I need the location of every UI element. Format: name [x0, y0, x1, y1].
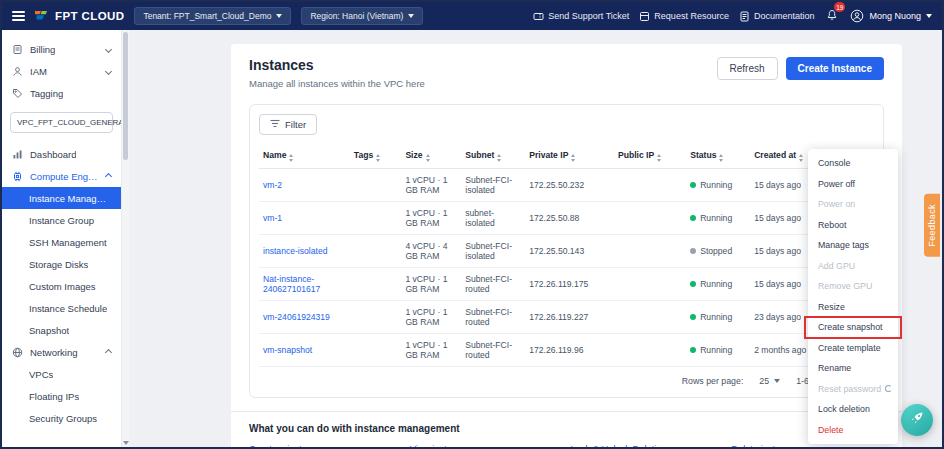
fpt-cloud-logo[interactable]: FPT CLOUD — [35, 10, 124, 22]
instance-management-label: Instance Management — [29, 193, 111, 204]
chevron-down-icon — [276, 14, 282, 18]
rows-per-page-label: Rows per page: — [682, 376, 744, 386]
tenant-selector[interactable]: Tenant: FPT_Smart_Cloud_Demo — [134, 7, 291, 25]
user-name: Mong Nuong — [869, 11, 921, 21]
cell-public-ip — [614, 201, 686, 234]
cell-public-ip — [614, 168, 686, 201]
rows-per-page-select[interactable]: 25 — [759, 376, 780, 386]
send-support-ticket-link[interactable]: Send Support Ticket — [533, 11, 629, 22]
notifications-button[interactable]: 19 — [826, 7, 838, 25]
app-window: FPT CLOUD Tenant: FPT_Smart_Cloud_Demo R… — [0, 0, 944, 449]
sidebar-item-dashboard[interactable]: Dashboard — [2, 143, 121, 165]
menu-item-resize[interactable]: Resize — [808, 297, 898, 318]
sidebar-item-vpcs[interactable]: VPCs — [2, 363, 121, 385]
instance-name-link[interactable]: vm-24061924319 — [263, 312, 330, 322]
cell-subnet: Subnet-FCI-routed — [461, 267, 525, 300]
column-header-status[interactable]: Status — [686, 144, 750, 168]
menu-item-create-template[interactable]: Create template — [808, 338, 898, 359]
cell-size: 1 vCPU · 1 GB RAM — [401, 267, 461, 300]
column-header-tags[interactable]: Tags — [350, 144, 402, 168]
filter-label: Filter — [285, 119, 306, 130]
instance-name-link[interactable]: vm-snapshot — [263, 345, 312, 355]
assistant-rocket-icon — [909, 410, 925, 430]
sidebar-item-iam[interactable]: IAM — [2, 60, 121, 82]
instance-name-link[interactable]: vm-1 — [263, 213, 282, 223]
cell-private-ip: 172.26.119.175 — [525, 267, 614, 300]
sidebar-item-snapshot[interactable]: Snapshot — [2, 319, 121, 341]
floating-ips-label: Floating IPs — [29, 391, 79, 402]
view-instance-link[interactable]: View instance — [410, 444, 563, 449]
filter-button[interactable]: Filter — [259, 114, 317, 135]
scrollbar-thumb[interactable] — [123, 32, 128, 160]
menu-item-add-gpu: Add GPU — [808, 256, 898, 277]
table-row: vm-24061924319 1 vCPU · 1 GB RAM Subnet-… — [259, 300, 874, 333]
sidebar-item-ssh-management[interactable]: SSH Management — [2, 231, 121, 253]
instance-name-link[interactable]: instance-isolated — [263, 246, 328, 256]
column-header-name[interactable]: Name — [259, 144, 350, 168]
chat-assistant-button[interactable] — [901, 404, 933, 436]
sidebar-item-instance-management[interactable]: Instance Management — [2, 187, 121, 209]
reset-password-label: Reset password — [818, 384, 881, 394]
sidebar-item-instance-group[interactable]: Instance Group — [2, 209, 121, 231]
networking-icon — [12, 347, 23, 358]
menu-icon[interactable] — [12, 11, 25, 21]
menu-item-power-off[interactable]: Power off — [808, 174, 898, 195]
instance-name-link[interactable]: vm-2 — [263, 180, 282, 190]
request-resource-link[interactable]: Request Resource — [639, 11, 729, 22]
sidebar-item-tagging[interactable]: Tagging — [2, 82, 121, 104]
help-title: What you can do with instance management — [249, 423, 884, 434]
instance-name-link[interactable]: Nat-instance-240627101617 — [263, 274, 320, 294]
table-row: vm-snapshot 1 vCPU · 1 GB RAM Subnet-FCI… — [259, 333, 874, 366]
actions-context-menu: Console Power off Power on Reboot Manage… — [808, 149, 898, 444]
help-item: View instance View list & detail of inst… — [410, 444, 563, 449]
status-label: Running — [700, 279, 732, 289]
refresh-button[interactable]: Refresh — [717, 57, 778, 80]
column-header-private-ip[interactable]: Private IP — [525, 144, 614, 168]
cell-size: 1 vCPU · 1 GB RAM — [401, 201, 461, 234]
create-instance-link[interactable]: Create a instance — [249, 444, 402, 449]
billing-label: Billing — [30, 44, 55, 55]
help-item: Create a instance Create new instance — [249, 444, 402, 449]
region-selector[interactable]: Region: Hanoi (Vietnam) — [301, 7, 423, 25]
sidebar-item-instance-schedule[interactable]: Instance Schedule — [2, 297, 121, 319]
status-dot — [690, 182, 696, 188]
feedback-tab[interactable]: Feedback — [924, 194, 940, 257]
column-header-subnet[interactable]: Subnet — [461, 144, 525, 168]
cell-public-ip — [614, 333, 686, 366]
user-menu[interactable]: Mong Nuong — [850, 9, 932, 23]
status-dot — [690, 314, 696, 320]
create-instance-button[interactable]: Create Instance — [786, 57, 884, 80]
menu-item-manage-tags[interactable]: Manage tags — [808, 235, 898, 256]
menu-item-console[interactable]: Console — [808, 153, 898, 174]
table-row: instance-isolated 4 vCPU · 4 GB RAM Subn… — [259, 234, 874, 267]
sidebar-scrollbar[interactable] — [121, 30, 129, 447]
documentation-link[interactable]: Documentation — [739, 11, 815, 22]
cell-subnet: Subnet-FCI-routed — [461, 333, 525, 366]
cell-size: 1 vCPU · 1 GB RAM — [401, 300, 461, 333]
menu-item-reset-password: Reset password — [808, 379, 898, 400]
sidebar-item-custom-images[interactable]: Custom Images — [2, 275, 121, 297]
status-dot — [690, 281, 696, 287]
sidebar-item-security-groups[interactable]: Security Groups — [2, 407, 121, 429]
sidebar-item-compute-engine[interactable]: Compute Engine — [2, 165, 121, 187]
sidebar-item-storage-disks[interactable]: Storage Disks — [2, 253, 121, 275]
lock-unlock-deletion-link[interactable]: Lock & Unlock Deletion — [571, 444, 724, 449]
cell-size: 1 vCPU · 1 GB RAM — [401, 168, 461, 201]
cell-tags — [350, 333, 402, 366]
menu-item-create-snapshot[interactable]: Create snapshot — [808, 317, 898, 338]
menu-item-lock-deletion[interactable]: Lock deletion — [808, 399, 898, 420]
cell-tags — [350, 168, 402, 201]
delete-instance-link[interactable]: Delete instance — [731, 444, 884, 449]
column-header-public-ip[interactable]: Public IP — [614, 144, 686, 168]
menu-item-reboot[interactable]: Reboot — [808, 215, 898, 236]
sidebar-item-networking[interactable]: Networking — [2, 341, 121, 363]
sidebar-item-floating-ips[interactable]: Floating IPs — [2, 385, 121, 407]
column-header-size[interactable]: Size — [401, 144, 461, 168]
sort-icon — [426, 154, 430, 162]
sidebar-item-billing[interactable]: Billing — [2, 38, 121, 60]
cell-tags — [350, 300, 402, 333]
menu-item-delete[interactable]: Delete — [808, 420, 898, 441]
menu-item-rename[interactable]: Rename — [808, 358, 898, 379]
status-label: Running — [700, 180, 732, 190]
vpc-selector[interactable]: VPC_FPT_CLOUD_GENERAL — [10, 112, 113, 133]
